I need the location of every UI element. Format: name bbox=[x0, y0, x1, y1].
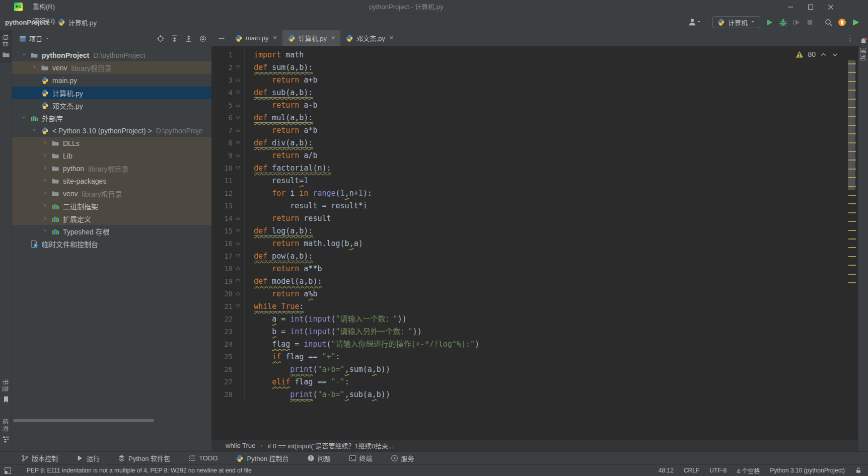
chevron-down-icon[interactable] bbox=[45, 36, 50, 41]
chevron-down-icon[interactable] bbox=[19, 115, 30, 121]
select-opened-file-button[interactable] bbox=[155, 33, 166, 44]
tree-row-pythonProject[interactable]: pythonProjectD:\pythonProject bbox=[12, 49, 211, 61]
project-panel-title[interactable]: 项目 bbox=[29, 34, 42, 43]
fold-start-icon[interactable] bbox=[233, 112, 245, 124]
fold-start-icon[interactable] bbox=[233, 275, 245, 288]
tree-row-site-packages[interactable]: site-packages bbox=[12, 175, 211, 187]
warning-stripe-mark[interactable] bbox=[848, 107, 856, 108]
fold-end-icon[interactable] bbox=[233, 149, 245, 162]
tool-window-button-运行[interactable]: 运行 bbox=[76, 453, 100, 463]
fold-start-icon[interactable] bbox=[233, 137, 245, 149]
tree-row-临时文件和控制台[interactable]: 临时文件和控制台 bbox=[12, 237, 211, 250]
unlock-icon[interactable] bbox=[855, 467, 862, 474]
warning-stripe-mark[interactable] bbox=[848, 247, 856, 248]
run-with-coverage-button[interactable] bbox=[792, 18, 801, 27]
tree-row-二进制框架[interactable]: 二进制框架 bbox=[12, 200, 211, 212]
tool-stripe-tab-项目[interactable]: 项目 bbox=[0, 30, 12, 63]
fold-start-icon[interactable] bbox=[233, 225, 245, 237]
user-account-button[interactable] bbox=[688, 18, 702, 27]
tool-window-button-服务[interactable]: 服务 bbox=[391, 453, 414, 463]
tree-row-DLLs[interactable]: DLLs bbox=[12, 137, 211, 149]
run-button[interactable] bbox=[765, 18, 774, 27]
maximize-button[interactable] bbox=[801, 0, 821, 14]
warning-stripe-mark[interactable] bbox=[848, 81, 856, 82]
breadcrumb-file[interactable]: 计算机.py bbox=[68, 18, 97, 27]
warning-stripe-mark[interactable] bbox=[848, 177, 856, 178]
hide-panel-icon[interactable] bbox=[218, 34, 226, 42]
fold-start-icon[interactable] bbox=[233, 87, 245, 99]
tree-row-< Python 3.10 (pythonProject) >[interactable]: < Python 3.10 (pythonProject) >D:\python… bbox=[12, 124, 211, 137]
indent-style[interactable]: 4 个空格 bbox=[737, 466, 760, 475]
chevron-right-icon[interactable] bbox=[40, 153, 51, 159]
tool-window-button-终端[interactable]: 终端 bbox=[349, 453, 373, 463]
chevron-right-icon[interactable] bbox=[40, 216, 51, 222]
chevron-right-icon[interactable] bbox=[40, 178, 51, 184]
fold-end-icon[interactable] bbox=[233, 74, 245, 87]
stop-button[interactable] bbox=[806, 19, 814, 26]
ide-features-button[interactable] bbox=[851, 18, 860, 27]
tree-row-python[interactable]: pythonlibrary根目录 bbox=[12, 162, 211, 175]
collapse-all-button[interactable] bbox=[183, 33, 194, 44]
warning-stripe-mark[interactable] bbox=[848, 116, 856, 117]
tree-row-计算机.py[interactable]: 计算机.py bbox=[12, 87, 211, 99]
menu-item-6[interactable]: 运行(U) bbox=[28, 14, 61, 28]
line-separator[interactable]: CRLF bbox=[684, 467, 699, 474]
chevron-right-icon[interactable] bbox=[40, 166, 51, 172]
tool-stripe-tab-结构[interactable]: 结构 bbox=[2, 415, 10, 447]
tab-close-icon[interactable]: ✕ bbox=[389, 35, 394, 41]
inspections-widget[interactable]: 80 bbox=[795, 50, 839, 58]
chevron-right-icon[interactable] bbox=[40, 203, 51, 209]
warning-stripe-mark[interactable] bbox=[848, 99, 856, 100]
editor-breadcrumb-0[interactable]: while True bbox=[226, 442, 255, 449]
tool-window-button-Python 软件包[interactable]: Python 软件包 bbox=[118, 453, 170, 463]
editor-tab-邓文杰.py[interactable]: 邓文杰.py✕ bbox=[340, 30, 399, 46]
tab-close-icon[interactable]: ✕ bbox=[273, 35, 277, 41]
warning-stripe-mark[interactable] bbox=[848, 195, 856, 196]
fold-start-icon[interactable] bbox=[233, 300, 245, 313]
warning-stripe-mark[interactable] bbox=[848, 265, 856, 266]
tab-options-icon[interactable]: ⋮ bbox=[846, 34, 858, 43]
tree-row-扩展定义[interactable]: 扩展定义 bbox=[12, 212, 211, 225]
chevron-down-icon[interactable] bbox=[30, 128, 41, 134]
fold-start-icon[interactable] bbox=[233, 250, 245, 263]
fold-start-icon[interactable] bbox=[233, 162, 245, 175]
menu-item-5[interactable]: 重构(R) bbox=[28, 0, 61, 14]
warning-stripe-mark[interactable] bbox=[848, 133, 856, 134]
warning-stripe-mark[interactable] bbox=[848, 230, 856, 231]
chevron-right-icon[interactable] bbox=[30, 65, 41, 71]
minimize-button[interactable] bbox=[780, 0, 801, 14]
tool-window-button-版本控制[interactable]: 版本控制 bbox=[21, 453, 58, 463]
fold-end-icon[interactable] bbox=[233, 288, 245, 300]
tool-window-button-TODO[interactable]: TODO bbox=[188, 454, 218, 462]
tool-stripe-tab-通知[interactable]: 通知 bbox=[859, 33, 867, 66]
warning-stripe-mark[interactable] bbox=[848, 90, 856, 91]
python-interpreter[interactable]: Python 3.10 (pythonProject) bbox=[770, 467, 845, 474]
fold-start-icon[interactable] bbox=[233, 61, 245, 74]
warning-stripe-mark[interactable] bbox=[848, 239, 856, 240]
tab-close-icon[interactable]: ✕ bbox=[331, 35, 335, 41]
warning-stripe-mark[interactable] bbox=[848, 63, 856, 64]
tree-row-main.py[interactable]: main.py bbox=[12, 74, 211, 87]
previous-warning-icon[interactable] bbox=[820, 51, 827, 58]
warning-stripe-mark[interactable] bbox=[848, 186, 856, 187]
next-warning-icon[interactable] bbox=[831, 51, 839, 58]
horizontal-scrollbar[interactable] bbox=[13, 419, 154, 422]
tool-stripe-tab-书签[interactable]: 书签 bbox=[2, 375, 10, 408]
editor-tab-main.py[interactable]: main.py✕ bbox=[230, 30, 282, 46]
warning-stripe-mark[interactable] bbox=[848, 72, 856, 73]
warning-stripe-mark[interactable] bbox=[848, 274, 856, 275]
search-everywhere-button[interactable] bbox=[824, 18, 833, 27]
error-stripe[interactable] bbox=[848, 46, 857, 439]
warning-stripe-mark[interactable] bbox=[848, 282, 856, 283]
fold-end-icon[interactable] bbox=[233, 212, 245, 225]
expand-all-button[interactable] bbox=[169, 33, 180, 44]
editor-tab-计算机.py[interactable]: 计算机.py✕ bbox=[282, 30, 341, 46]
tool-window-button-Python 控制台[interactable]: Python 控制台 bbox=[236, 453, 288, 463]
warning-stripe-mark[interactable] bbox=[848, 221, 856, 222]
tree-row-邓文杰.py[interactable]: 邓文杰.py bbox=[12, 99, 211, 112]
tree-row-Typeshed 存根[interactable]: Typeshed 存根 bbox=[12, 225, 211, 237]
code-editor[interactable]: 1import math2def sum(a,b):3 return a+b4d… bbox=[211, 46, 858, 439]
tool-window-toggle-icon[interactable] bbox=[4, 467, 12, 474]
chevron-right-icon[interactable] bbox=[40, 191, 51, 197]
update-available-button[interactable] bbox=[838, 18, 846, 27]
